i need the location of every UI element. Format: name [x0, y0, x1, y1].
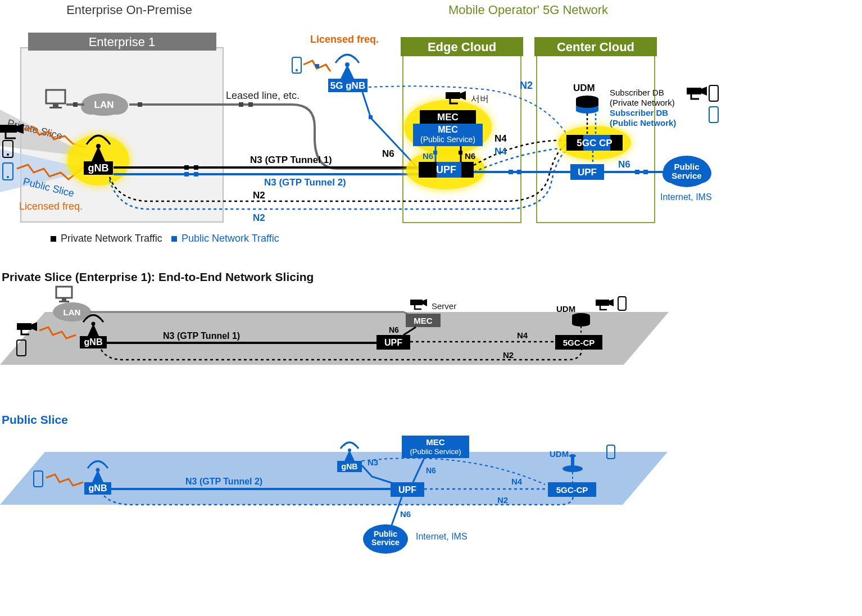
phone-icon-right-pub — [709, 107, 718, 123]
pub-service-cloud: Public Service — [363, 524, 408, 554]
traffic-dot — [239, 102, 243, 107]
header-operator: Mobile Operator' 5G Network — [448, 3, 609, 17]
svg-rect-8 — [49, 107, 62, 108]
n4b-label: N4 — [494, 146, 507, 157]
private-slice-title: Private Slice (Enterprise 1): End-to-End… — [2, 270, 314, 283]
traffic-dot — [248, 102, 253, 107]
mec-stack: MEC MEC (Public Service) — [404, 100, 492, 154]
udm-label: UDM — [573, 83, 595, 93]
svg-marker-62 — [609, 299, 614, 306]
svg-point-60 — [572, 321, 590, 327]
svg-rect-61 — [596, 300, 609, 306]
svg-rect-71 — [571, 456, 574, 468]
traffic-dot — [315, 64, 319, 68]
svg-rect-7 — [53, 103, 58, 107]
licensed-freq-left: Licensed freq. — [19, 201, 83, 212]
pub-svc-2: Service — [371, 538, 400, 547]
svg-rect-56 — [410, 300, 423, 305]
public-slice-title: Public Slice — [2, 413, 68, 426]
traffic-dot — [194, 165, 198, 170]
priv-mec-label: MEC — [414, 316, 433, 325]
traffic-dot — [635, 170, 639, 174]
svg-rect-45 — [51, 236, 56, 242]
traffic-dot — [517, 170, 521, 174]
mec-pub-label2: (Public Service) — [420, 135, 475, 144]
traffic-dot — [509, 170, 513, 174]
pub-svc-1: Public — [674, 162, 699, 171]
priv-gnb-label: gNB — [84, 337, 103, 347]
priv-udm-db — [572, 313, 590, 327]
traffic-dot — [138, 102, 142, 107]
svg-marker-19 — [341, 65, 354, 79]
svg-point-17 — [296, 69, 298, 71]
priv-upf-label: UPF — [384, 338, 402, 347]
pub-internet-ims: Internet, IMS — [416, 532, 468, 541]
pub-n3-label: N3 (GTP Tunnel 2) — [185, 477, 262, 486]
n3t2-label: N3 (GTP Tunnel 2) — [264, 177, 346, 188]
traffic-dot — [184, 172, 189, 176]
priv-camera-right — [596, 299, 614, 310]
n3t1-label: N3 (GTP Tunnel 1) — [250, 155, 332, 165]
n2-label-black: N2 — [253, 190, 265, 201]
priv-camera-mec — [410, 299, 427, 309]
phone-icon-top — [292, 57, 301, 73]
pub-svc-2: Service — [672, 171, 701, 180]
internet-ims-top: Internet, IMS — [660, 192, 712, 202]
pub-n6a-label: N6 — [426, 466, 436, 475]
gnb-5g: 5G gNB — [328, 55, 368, 92]
svg-rect-49 — [59, 301, 69, 302]
priv-lan-label: LAN — [63, 307, 81, 317]
traffic-dot — [369, 115, 373, 119]
n4a-label: N4 — [494, 133, 507, 144]
svg-rect-48 — [62, 298, 66, 301]
svg-rect-0 — [0, 125, 17, 133]
priv-server-label: Server — [432, 301, 456, 311]
public-service-cloud: Public Service — [663, 156, 711, 187]
pub-upf-label: UPF — [398, 485, 416, 495]
svg-point-3 — [7, 153, 9, 156]
traffic-dot — [184, 165, 189, 170]
priv-monitor-icon — [56, 287, 72, 302]
lan-label: LAN — [94, 99, 114, 110]
pub-5gc-label: 5GC-CP — [556, 485, 588, 495]
centercloud-title: Center Cloud — [557, 40, 634, 54]
sub-db-priv2: (Private Network) — [610, 98, 675, 107]
priv-n4-label: N4 — [517, 330, 528, 340]
pub-n4-label: N4 — [511, 477, 523, 486]
n2c-label: N2 — [520, 80, 533, 91]
priv-n3-label: N3 (GTP Tunnel 1) — [163, 331, 240, 341]
enterprise1-title: Enterprise 1 — [89, 35, 156, 49]
traffic-dot — [459, 151, 462, 155]
pub-svc-1: Public — [374, 529, 397, 538]
gnb-enterprise: gNB — [67, 135, 129, 185]
n6c-label: N6 — [465, 151, 475, 161]
sub-db-pub1: Subscriber DB — [610, 108, 668, 117]
n6a-label: N6 — [382, 148, 394, 159]
svg-marker-29 — [460, 91, 466, 100]
priv-5gc-label: 5GC-CP — [563, 338, 595, 347]
server-kor-label: 서버 — [471, 94, 489, 103]
priv-udm-label: UDM — [556, 304, 575, 314]
n6d-label: N6 — [618, 159, 630, 170]
gnb-label: gNB — [88, 162, 109, 174]
svg-rect-28 — [446, 92, 460, 99]
center-upf-label: UPF — [578, 167, 597, 178]
svg-point-72 — [569, 454, 576, 458]
svg-rect-46 — [171, 236, 177, 242]
traffic-dot — [194, 172, 198, 176]
pub-mec-label2: (Public Service) — [410, 447, 461, 456]
udm-db — [576, 96, 598, 114]
pub-n6b-label: N6 — [400, 509, 411, 519]
svg-marker-57 — [423, 299, 427, 306]
fgccp-label: 5GC CP — [577, 138, 612, 148]
priv-n2-label: N2 — [503, 350, 514, 360]
svg-rect-22 — [419, 162, 437, 178]
traffic-dot — [73, 102, 78, 107]
pub-mec-label1: MEC — [426, 437, 445, 447]
sub-db-pub2: (Public Network) — [610, 118, 676, 128]
svg-rect-51 — [17, 323, 31, 330]
svg-point-39 — [576, 101, 598, 108]
diagram-root: Enterprise On-Premise Mobile Operator' 5… — [0, 0, 862, 616]
licensed-freq-top: Licensed freq. — [310, 34, 379, 45]
svg-point-5 — [7, 176, 9, 178]
